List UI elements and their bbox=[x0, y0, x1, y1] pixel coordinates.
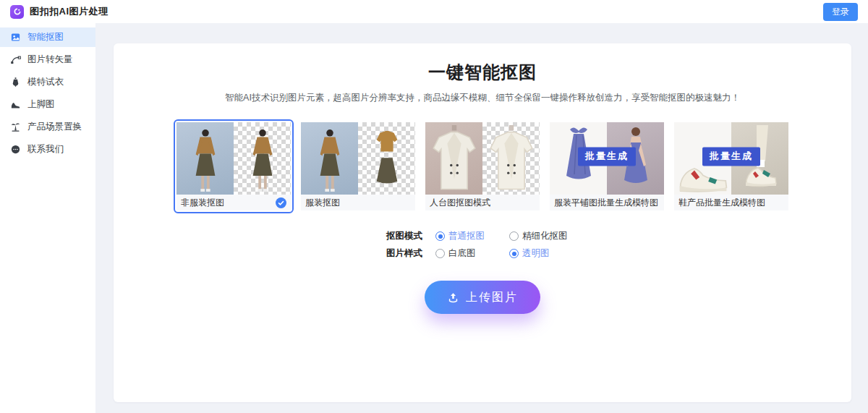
sidebar-item-image-to-vector[interactable]: 图片转矢量 bbox=[0, 50, 95, 69]
cutout-result bbox=[358, 122, 415, 195]
top-bar: 图扣扣AI图片处理 登录 bbox=[0, 0, 868, 23]
sidebar-item-label: 联系我们 bbox=[27, 143, 64, 156]
chat-icon bbox=[10, 144, 21, 155]
sample-card-flatlay-batch[interactable]: 批量生成 服装平铺图批量生成模特图 bbox=[550, 122, 664, 210]
sample-card-row: 非服装抠图 服装抠图 bbox=[114, 122, 851, 210]
cutout-result bbox=[482, 122, 540, 195]
radio-white-background[interactable]: 白底图 bbox=[435, 247, 502, 260]
page-title: 一键智能抠图 bbox=[114, 61, 851, 84]
radio-selected-icon bbox=[435, 231, 445, 241]
sample-image-before-after bbox=[176, 122, 291, 195]
login-button[interactable]: 登录 bbox=[823, 3, 858, 21]
radio-unselected-icon bbox=[509, 231, 519, 241]
radio-label: 白底图 bbox=[448, 247, 476, 260]
upload-image-button[interactable]: 上传图片 bbox=[425, 281, 540, 314]
original-photo bbox=[425, 122, 482, 195]
batch-generate-badge: 批量生成 bbox=[702, 147, 760, 166]
sample-card-label: 服装平铺图批量生成模特图 bbox=[554, 197, 658, 209]
options-section: 抠图模式 普通抠图 精细化抠图 图片样式 白底图 透明图 bbox=[114, 230, 851, 260]
sidebar-item-scene-swap[interactable]: 产品场景置换 bbox=[0, 117, 95, 137]
mannequin-icon bbox=[10, 77, 21, 88]
sidebar-item-model-tryon[interactable]: 模特试衣 bbox=[0, 72, 95, 92]
batch-generate-badge: 批量生成 bbox=[578, 147, 636, 166]
image-style-label: 图片样式 bbox=[386, 247, 428, 260]
radio-label: 精细化抠图 bbox=[522, 230, 568, 242]
sample-card-shoe-batch[interactable]: 批量生成 鞋产品批量生成模特图 bbox=[674, 122, 788, 210]
sample-card-clothing[interactable]: 服装抠图 bbox=[301, 122, 415, 210]
sidebar: 智能抠图 图片转矢量 模特试衣 上脚图 产品场景置换 联系我们 bbox=[0, 23, 95, 413]
sidebar-item-label: 智能抠图 bbox=[27, 31, 64, 43]
selected-check-icon bbox=[276, 197, 286, 208]
cutout-mode-label: 抠图模式 bbox=[386, 230, 428, 242]
radio-fine-cutout[interactable]: 精细化抠图 bbox=[509, 230, 579, 242]
radio-unselected-icon bbox=[435, 249, 445, 258]
sidebar-item-smart-cutout[interactable]: 智能抠图 bbox=[0, 27, 95, 47]
sample-image-before-after: 批量生成 bbox=[674, 122, 788, 195]
sample-card-label: 服装抠图 bbox=[305, 197, 340, 209]
sidebar-item-label: 模特试衣 bbox=[27, 76, 64, 88]
sample-card-mannequin[interactable]: 人台图抠图模式 bbox=[425, 122, 540, 210]
scene-icon bbox=[10, 122, 21, 132]
sidebar-item-contact-us[interactable]: 联系我们 bbox=[0, 140, 95, 159]
radio-label: 普通抠图 bbox=[448, 230, 485, 242]
radio-label: 透明图 bbox=[522, 247, 550, 260]
sidebar-item-label: 图片转矢量 bbox=[27, 54, 73, 66]
radio-transparent[interactable]: 透明图 bbox=[509, 247, 579, 260]
sample-card-non-clothing[interactable]: 非服装抠图 bbox=[176, 122, 291, 210]
vector-pen-icon bbox=[10, 54, 21, 65]
sample-card-label: 鞋产品批量生成模特图 bbox=[678, 197, 765, 209]
sample-image-before-after bbox=[425, 122, 540, 195]
upload-button-label: 上传图片 bbox=[466, 290, 518, 305]
image-style-row: 图片样式 白底图 透明图 bbox=[386, 247, 579, 260]
content-panel: 一键智能抠图 智能AI技术识别图片元素，超高图片分辨率支持，商品边缘不模糊、细节… bbox=[114, 43, 851, 402]
radio-normal-cutout[interactable]: 普通抠图 bbox=[435, 230, 502, 242]
image-icon bbox=[10, 32, 21, 43]
cutout-mode-row: 抠图模式 普通抠图 精细化抠图 bbox=[386, 230, 579, 242]
sidebar-item-label: 上脚图 bbox=[27, 98, 55, 111]
cutout-result bbox=[234, 122, 291, 195]
app-logo-icon bbox=[10, 5, 24, 19]
page-subtitle: 智能AI技术识别图片元素，超高图片分辨率支持，商品边缘不模糊、细节全保留一键操作… bbox=[114, 92, 851, 104]
original-photo bbox=[301, 122, 358, 195]
shoe-icon bbox=[10, 99, 21, 110]
sample-card-label: 人台图抠图模式 bbox=[430, 197, 490, 209]
original-photo bbox=[176, 122, 234, 195]
radio-selected-icon bbox=[509, 249, 519, 258]
upload-icon bbox=[447, 291, 459, 304]
sample-image-before-after: 批量生成 bbox=[550, 122, 664, 195]
app-title: 图扣扣AI图片处理 bbox=[30, 5, 109, 18]
main-area: 一键智能抠图 智能AI技术识别图片元素，超高图片分辨率支持，商品边缘不模糊、细节… bbox=[95, 23, 868, 413]
sidebar-item-label: 产品场景置换 bbox=[27, 121, 82, 133]
sample-image-before-after bbox=[301, 122, 415, 195]
sample-card-label: 非服装抠图 bbox=[181, 197, 224, 209]
sidebar-item-on-foot-shot[interactable]: 上脚图 bbox=[0, 95, 95, 114]
